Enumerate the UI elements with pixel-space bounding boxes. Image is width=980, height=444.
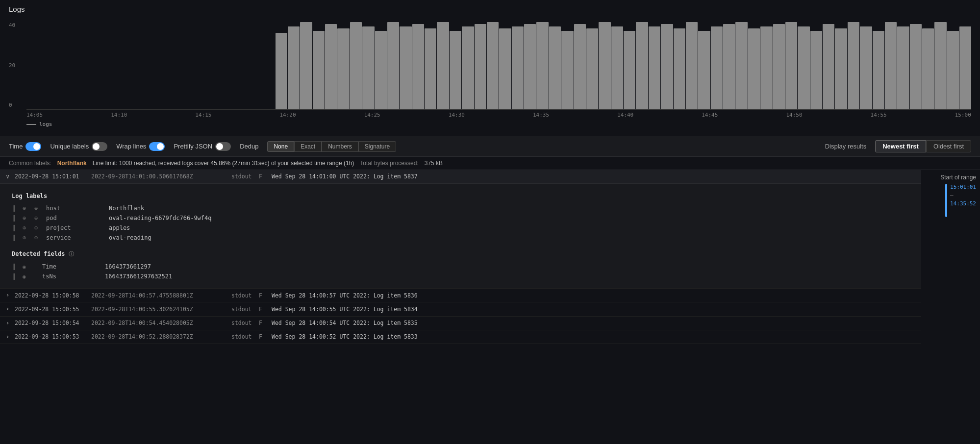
chart-bar-29	[387, 22, 399, 109]
chart-bar-47	[611, 26, 623, 109]
chart-bar-30	[400, 26, 411, 109]
common-labels-value: Northflank	[57, 160, 87, 167]
time-toggle[interactable]	[25, 142, 41, 151]
log-entry-2[interactable]: ›2022-09-28 15:00:552022-09-28T14:00:55.…	[0, 302, 921, 316]
eye-icon-0[interactable]: ◉	[23, 264, 38, 270]
log-level-0: F	[259, 172, 269, 181]
dedup-label: Dedup	[240, 143, 258, 150]
chart-x-axis: 14:05 14:10 14:15 14:20 14:25 14:30 14:3…	[26, 110, 971, 120]
chart-bar-50	[649, 26, 660, 109]
x-label-1435: 14:35	[533, 112, 549, 118]
log-stream-4: stdout	[231, 332, 256, 341]
chart-bar-55	[711, 26, 723, 109]
dedup-none-button[interactable]: None	[267, 141, 294, 152]
x-label-1500: 15:00	[955, 112, 971, 118]
chart-bar-26	[350, 22, 362, 109]
dedup-exact-button[interactable]: Exact	[294, 141, 322, 152]
search-minus-icon-2[interactable]: ⊖	[34, 224, 42, 231]
df-value-1: 1664373661297632521	[105, 273, 172, 280]
chart-bar-65	[835, 28, 847, 109]
chart-bar-45	[586, 28, 598, 109]
search-minus-icon-3[interactable]: ⊖	[34, 234, 42, 241]
chart-bar-42	[549, 26, 561, 109]
eye-icon-1[interactable]: ◉	[23, 273, 38, 280]
dedup-buttons: None Exact Numbers Signature	[267, 141, 396, 152]
x-label-1425: 14:25	[364, 112, 380, 118]
total-bytes-label: Total bytes processed:	[360, 160, 418, 167]
dedup-signature-button[interactable]: Signature	[358, 141, 396, 152]
log-timestamp-1: 2022-09-28T14:00:57.475588801Z	[91, 291, 228, 300]
bar-chart-icon-0: ▐	[12, 205, 19, 212]
bar-chart-icon-2: ▐	[12, 225, 19, 231]
chart-bar-24	[325, 24, 337, 109]
label-value-0: Northflank	[109, 205, 144, 212]
log-entry-header-2[interactable]: ›2022-09-28 15:00:552022-09-28T14:00:55.…	[0, 302, 921, 316]
y-label-0: 0	[9, 102, 26, 108]
dedup-numbers-button[interactable]: Numbers	[322, 141, 358, 152]
search-minus-icon-1[interactable]: ⊖	[34, 215, 42, 222]
chart-bar-33	[437, 22, 449, 109]
chart-bar-75	[959, 26, 971, 109]
label-name-1: pod	[46, 215, 105, 222]
log-level-2: F	[259, 305, 269, 314]
chart-bar-68	[873, 31, 884, 109]
log-entry-4[interactable]: ›2022-09-28 15:00:532022-09-28T14:00:52.…	[0, 330, 921, 344]
chart-bar-73	[934, 22, 946, 109]
log-level-3: F	[259, 319, 269, 327]
wrap-lines-toggle[interactable]	[149, 142, 165, 151]
range-bar	[945, 184, 947, 217]
time-label: Time	[9, 143, 23, 150]
log-date-3: 2022-09-28 15:00:54	[15, 319, 88, 327]
chart-bar-25	[337, 28, 349, 109]
log-entry-header-1[interactable]: ›2022-09-28 15:00:582022-09-28T14:00:57.…	[0, 289, 921, 302]
unique-labels-toggle[interactable]	[92, 142, 107, 151]
search-plus-icon-1[interactable]: ⊕	[23, 215, 30, 222]
chart-bar-20	[276, 33, 287, 109]
log-entry-1[interactable]: ›2022-09-28 15:00:582022-09-28T14:00:57.…	[0, 289, 921, 302]
time-toggle-item: Time	[9, 142, 41, 151]
line-limit-text: Line limit: 1000 reached, received logs …	[93, 160, 354, 167]
log-stream-3: stdout	[231, 319, 256, 327]
search-minus-icon-0[interactable]: ⊖	[34, 205, 42, 212]
chart-bar-27	[362, 26, 374, 109]
log-message-4: Wed Sep 28 14:00:52 UTC 2022: Log item 5…	[272, 332, 418, 341]
x-label-1410: 14:10	[111, 112, 127, 118]
prettify-json-toggle-item: Prettify JSON	[174, 142, 231, 151]
chart-bar-63	[810, 31, 822, 109]
search-plus-icon-2[interactable]: ⊕	[23, 224, 30, 231]
log-timestamp-4: 2022-09-28T14:00:52.288028372Z	[91, 332, 228, 341]
chevron-icon-4: ›	[6, 332, 12, 342]
search-plus-icon-3[interactable]: ⊕	[23, 234, 30, 241]
legend-line-icon	[26, 124, 36, 125]
x-label-1430: 14:30	[449, 112, 465, 118]
chart-bar-71	[910, 24, 922, 109]
df-name-0: Time	[42, 263, 101, 270]
x-label-1450: 14:50	[786, 112, 802, 118]
newest-first-button[interactable]: Newest first	[875, 140, 926, 152]
chart-bars-container	[26, 22, 971, 110]
log-list: ∨2022-09-28 15:01:012022-09-28T14:01:00.…	[0, 170, 980, 344]
log-entry-header-0[interactable]: ∨2022-09-28 15:01:012022-09-28T14:01:00.…	[0, 170, 921, 183]
info-icon: ⓘ	[69, 251, 74, 257]
chart-bar-34	[450, 31, 461, 109]
label-value-2: apples	[109, 224, 130, 231]
label-row-2: ▐⊕⊖projectapples	[12, 223, 909, 233]
log-entry-3[interactable]: ›2022-09-28 15:00:542022-09-28T14:00:54.…	[0, 317, 921, 330]
chart-bar-74	[947, 31, 959, 109]
log-entry-0[interactable]: ∨2022-09-28 15:01:012022-09-28T14:01:00.…	[0, 170, 921, 289]
chart-y-axis: 40 20 0	[9, 22, 26, 120]
log-entry-header-4[interactable]: ›2022-09-28 15:00:532022-09-28T14:00:52.…	[0, 330, 921, 344]
common-labels-label: Common labels:	[9, 160, 51, 167]
search-plus-icon-0[interactable]: ⊕	[23, 205, 30, 212]
chart-bar-51	[661, 24, 673, 109]
chart-bar-28	[375, 31, 387, 109]
log-entry-header-3[interactable]: ›2022-09-28 15:00:542022-09-28T14:00:54.…	[0, 317, 921, 330]
oldest-first-button[interactable]: Oldest first	[926, 140, 971, 152]
range-time-end: 14:35:52	[950, 200, 976, 207]
chart-bar-54	[698, 31, 710, 109]
x-label-1445: 14:45	[702, 112, 718, 118]
chart-bar-57	[735, 22, 747, 109]
bar-chart-icon-3: ▐	[12, 235, 19, 241]
wrap-lines-toggle-item: Wrap lines	[116, 142, 165, 151]
prettify-json-toggle[interactable]	[215, 142, 231, 151]
